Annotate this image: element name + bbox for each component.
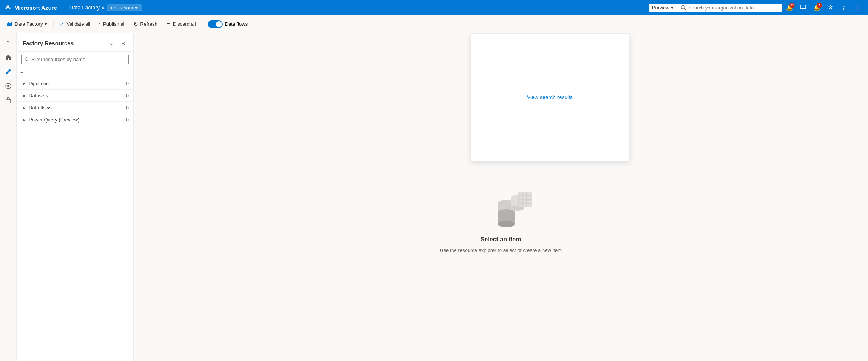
app-name-section: Data Factory ▶ adf-resource	[69, 4, 142, 11]
svg-line-10	[28, 60, 29, 61]
toolbar-separator-1	[53, 20, 54, 29]
factory-icon	[7, 21, 13, 27]
notifications-bell-button[interactable]: 🔔 21	[783, 2, 796, 14]
main-layout: « Factory Resources	[0, 33, 868, 361]
powerquery-count: 0	[126, 117, 129, 123]
resources-dropdown-button[interactable]: ⌄	[106, 38, 117, 48]
resource-name-pill[interactable]: adf-resource	[107, 4, 142, 11]
top-navigation: Microsoft Azure Data Factory ▶ adf-resou…	[0, 0, 868, 15]
svg-rect-3	[7, 23, 12, 26]
dataflows-label: Data flows	[29, 105, 52, 111]
discard-icon: 🗑	[166, 21, 171, 27]
dataflows-section-left: ▶ Data flows	[23, 105, 52, 111]
powerquery-section-header[interactable]: ▶ Power Query (Preview) 0	[17, 114, 133, 126]
purview-select[interactable]: Purview ▾	[652, 5, 677, 11]
publish-all-button[interactable]: ↑ Publish all	[95, 17, 129, 31]
powerquery-label: Power Query (Preview)	[29, 117, 79, 123]
sidebar-item-author[interactable]	[2, 65, 15, 78]
sidebar-item-manage[interactable]	[2, 94, 15, 107]
search-icon	[681, 5, 686, 10]
datasets-section-header[interactable]: ▶ Datasets 0	[17, 90, 133, 101]
resource-list: ▶ Pipelines 0 ▶ Datasets 0	[17, 78, 133, 361]
bell-badge: 21	[789, 3, 795, 8]
user-account-button[interactable]: 👤	[851, 2, 863, 14]
datasets-section-left: ▶ Datasets	[23, 93, 48, 98]
settings-button[interactable]: ⚙	[824, 2, 836, 14]
dataflows-section: ▶ Data flows 0	[17, 102, 133, 114]
resources-header-actions: ⌄ «	[106, 38, 129, 48]
publish-icon: ↑	[99, 21, 101, 27]
sidebar-collapse-button[interactable]: «	[2, 35, 15, 48]
svg-point-7	[7, 85, 9, 87]
purview-chevron-icon: ▾	[671, 5, 674, 11]
resources-header: Factory Resources ⌄ «	[17, 33, 133, 52]
filter-box[interactable]	[21, 55, 129, 64]
brand-logo[interactable]: Microsoft Azure	[5, 4, 57, 11]
feedback-icon	[800, 5, 806, 11]
svg-point-19	[498, 221, 515, 227]
search-dropdown: View search results	[471, 33, 629, 161]
validate-all-label: Validate all	[66, 21, 90, 27]
pipelines-label: Pipelines	[29, 81, 49, 86]
powerquery-section-left: ▶ Power Query (Preview)	[23, 117, 79, 123]
refresh-button[interactable]: ↻ Refresh	[130, 17, 161, 31]
manage-bag-icon	[5, 97, 12, 104]
toolbar-separator-2	[202, 20, 202, 29]
dataflows-chevron-icon: ▶	[23, 106, 26, 110]
main-content: View search results	[134, 33, 868, 361]
pipelines-section-left: ▶ Pipelines	[23, 81, 49, 86]
author-pencil-icon	[5, 68, 12, 75]
breadcrumb-arrow-icon: ▶	[102, 5, 105, 10]
resources-collapse-button[interactable]: «	[118, 38, 129, 48]
data-flows-label: Data flows	[225, 21, 248, 27]
resources-panel: Factory Resources ⌄ « + ▶ Pipelines	[17, 33, 134, 361]
svg-rect-5	[11, 22, 12, 24]
filter-search-icon	[25, 57, 29, 62]
publish-all-label: Publish all	[103, 21, 125, 27]
view-search-results-link[interactable]: View search results	[527, 94, 573, 100]
discard-all-button[interactable]: 🗑 Discard all	[162, 17, 200, 31]
datasets-chevron-icon: ▶	[23, 94, 26, 98]
factory-chevron-icon: ▾	[45, 21, 47, 27]
data-flows-toggle[interactable]	[208, 20, 223, 28]
feedback-button[interactable]	[797, 2, 809, 14]
resources-title: Factory Resources	[23, 40, 74, 46]
icon-sidebar: «	[0, 33, 17, 361]
monitor-icon	[5, 83, 12, 89]
validate-check-icon: ✓	[60, 21, 65, 28]
discard-all-label: Discard all	[173, 21, 196, 27]
powerquery-chevron-icon: ▶	[23, 118, 26, 122]
dataflows-count: 0	[126, 105, 129, 111]
refresh-label: Refresh	[140, 21, 157, 27]
add-resource-button[interactable]: +	[17, 67, 27, 78]
factory-label: Data Factory	[15, 21, 43, 27]
main-toolbar: Data Factory ▾ ✓ Validate all ↑ Publish …	[0, 15, 868, 33]
refresh-icon: ↻	[134, 21, 138, 27]
svg-line-1	[685, 9, 686, 10]
filter-input[interactable]	[31, 57, 125, 62]
brand-name: Microsoft Azure	[14, 5, 57, 11]
factory-menu-button[interactable]: Data Factory ▾	[3, 17, 51, 31]
empty-state-illustration	[467, 171, 535, 232]
sidebar-item-home[interactable]	[2, 51, 15, 64]
home-icon	[5, 54, 12, 61]
help-button[interactable]: ?	[838, 2, 850, 14]
powerquery-section: ▶ Power Query (Preview) 0	[17, 114, 133, 126]
alerts-button[interactable]: 🔔 6	[811, 2, 823, 14]
datasets-label: Datasets	[29, 93, 48, 98]
search-input[interactable]	[688, 5, 779, 11]
svg-rect-8	[6, 99, 11, 103]
add-icon: +	[20, 69, 23, 75]
global-search-box[interactable]: Purview ▾	[649, 4, 782, 12]
pipelines-section-header[interactable]: ▶ Pipelines 0	[17, 78, 133, 89]
svg-rect-2	[800, 5, 806, 9]
sidebar-item-monitor[interactable]	[2, 79, 15, 93]
search-dropdown-content: View search results	[471, 34, 629, 161]
validate-all-button[interactable]: ✓ Validate all	[56, 17, 94, 31]
app-name-label: Data Factory	[69, 5, 100, 11]
svg-rect-4	[8, 22, 9, 24]
dataflows-section-header[interactable]: ▶ Data flows 0	[17, 102, 133, 114]
top-nav-right: Purview ▾ 🔔 21 🔔 6 ⚙ ?	[649, 2, 863, 14]
datasets-count: 0	[126, 93, 129, 98]
datasets-section: ▶ Datasets 0	[17, 90, 133, 102]
